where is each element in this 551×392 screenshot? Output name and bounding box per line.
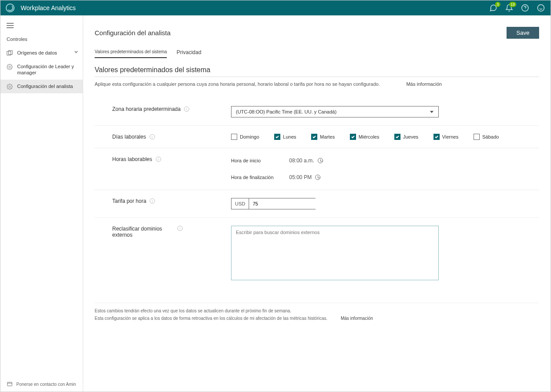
gear-icon bbox=[7, 64, 13, 70]
contact-icon bbox=[7, 381, 13, 387]
end-time-value: 05:00 PM bbox=[289, 174, 312, 180]
footer-notes: Estos cambios tendrán efecto una vez que… bbox=[95, 303, 539, 321]
sidebar-item-analyst-config[interactable]: Configuración del analista bbox=[0, 80, 83, 93]
sidebar-footer-label: Ponerse en contacto con Amin bbox=[16, 382, 76, 387]
info-icon[interactable]: i bbox=[184, 106, 189, 112]
timezone-value: (UTC-08:OO) Pacific Time (EE. UU. y Cana… bbox=[236, 109, 337, 114]
caret-down-icon bbox=[430, 110, 434, 114]
section-description: Aplique esta configuración a cualquier p… bbox=[95, 81, 380, 87]
checkbox-icon[interactable] bbox=[274, 134, 280, 140]
footer-note-2: Esta configuración se aplica a los datos… bbox=[95, 316, 327, 321]
sidebar-item-label: Configuración de Leader y manager bbox=[17, 63, 78, 76]
workday-option[interactable]: Lunes bbox=[274, 134, 296, 140]
page-title: Configuración del analista bbox=[95, 29, 171, 37]
data-sources-icon bbox=[7, 50, 13, 56]
app-logo-icon bbox=[6, 4, 15, 12]
chevron-down-icon bbox=[74, 50, 78, 54]
sidebar-item-label: Orígenes de datos bbox=[17, 50, 57, 56]
svg-point-11 bbox=[9, 86, 11, 88]
reclassify-domains-input[interactable] bbox=[231, 226, 439, 280]
workday-option[interactable]: Domingo bbox=[231, 134, 259, 140]
more-info-link-2[interactable]: Más información bbox=[341, 316, 373, 321]
tab-privacy[interactable]: Privacidad bbox=[176, 49, 201, 58]
checkbox-icon[interactable] bbox=[394, 134, 400, 140]
end-time-label: Hora de finalización bbox=[231, 175, 282, 180]
workdays-group: DomingoLunesMartesMiércolesJuevesViernes… bbox=[231, 134, 539, 140]
end-time-input[interactable]: 05:00 PM bbox=[287, 173, 323, 182]
footer-note-1: Estos cambios tendrán efecto una vez que… bbox=[95, 308, 539, 313]
workday-option[interactable]: Martes bbox=[311, 134, 335, 140]
start-time-label: Hora de inicio bbox=[231, 158, 282, 163]
workday-label: Miércoles bbox=[359, 134, 379, 139]
checkbox-icon[interactable] bbox=[433, 134, 440, 140]
workday-label: Sábado bbox=[482, 134, 499, 139]
rate-currency: USD bbox=[231, 198, 249, 209]
workhours-label: Horas laborables bbox=[112, 156, 152, 162]
bell-icon[interactable]: 18 bbox=[505, 4, 514, 12]
info-icon[interactable]: i bbox=[150, 134, 155, 139]
more-info-link[interactable]: Más información bbox=[406, 81, 442, 87]
checkbox-icon[interactable] bbox=[231, 134, 237, 140]
checkbox-icon[interactable] bbox=[350, 134, 356, 140]
help-icon[interactable] bbox=[521, 4, 529, 12]
sidebar-item-label: Configuración del analista bbox=[17, 83, 73, 89]
info-icon[interactable]: i bbox=[156, 157, 161, 162]
timezone-label: Zona horaria predeterminada bbox=[112, 106, 180, 112]
start-time-value: 08:00 a.m. bbox=[289, 158, 314, 164]
bell-badge: 18 bbox=[509, 2, 516, 7]
checkbox-icon[interactable] bbox=[474, 134, 480, 140]
info-icon[interactable]: i bbox=[177, 226, 183, 231]
workday-label: Domingo bbox=[240, 134, 259, 139]
sidebar-footer-contact[interactable]: Ponerse en contacto con Amin bbox=[0, 377, 83, 392]
main-content: Configuración del analista Save Valores … bbox=[83, 15, 551, 392]
feedback-icon[interactable] bbox=[536, 4, 545, 12]
sidebar: Controles Orígenes de datos Configuració… bbox=[0, 15, 83, 392]
chat-icon[interactable]: 3 bbox=[489, 4, 498, 12]
checkbox-icon[interactable] bbox=[311, 134, 317, 140]
workday-label: Lunes bbox=[283, 134, 296, 139]
svg-marker-14 bbox=[430, 111, 433, 113]
sidebar-item-leader-manager[interactable]: Configuración de Leader y manager bbox=[0, 60, 83, 80]
rate-value-input[interactable] bbox=[249, 198, 317, 209]
timezone-select[interactable]: (UTC-08:OO) Pacific Time (EE. UU. y Cana… bbox=[231, 106, 439, 117]
workday-label: Jueves bbox=[403, 134, 419, 139]
sidebar-section-label: Controles bbox=[7, 37, 83, 42]
section-title: Valores predeterminados del sistema bbox=[95, 66, 539, 74]
hourly-rate-input[interactable]: USD bbox=[231, 198, 316, 209]
app-title: Workplace Analytics bbox=[21, 4, 76, 11]
app-header: Workplace Analytics 3 18 bbox=[0, 0, 551, 15]
workday-option[interactable]: Viernes bbox=[433, 134, 459, 140]
tab-system-defaults[interactable]: Valores predeterminados del sistema bbox=[95, 49, 167, 58]
divider bbox=[95, 77, 539, 77]
svg-rect-12 bbox=[7, 382, 12, 386]
svg-point-2 bbox=[538, 5, 544, 11]
save-button[interactable]: Save bbox=[507, 27, 539, 39]
chat-badge: 3 bbox=[495, 2, 500, 7]
rate-label: Tarifa por hora bbox=[112, 198, 146, 204]
clock-icon bbox=[315, 175, 320, 180]
gear-icon bbox=[7, 84, 13, 90]
workday-option[interactable]: Miércoles bbox=[350, 134, 379, 140]
sidebar-item-data-sources[interactable]: Orígenes de datos bbox=[0, 46, 83, 60]
hamburger-icon[interactable] bbox=[7, 22, 83, 29]
tabs: Valores predeterminados del sistema Priv… bbox=[95, 49, 539, 58]
workday-label: Martes bbox=[320, 134, 335, 139]
workday-label: Viernes bbox=[442, 134, 459, 139]
reclassify-label: Reclasificar dominios externos bbox=[112, 226, 174, 238]
workday-option[interactable]: Jueves bbox=[394, 134, 419, 140]
clock-icon bbox=[318, 158, 323, 163]
workdays-label: Días laborales bbox=[112, 134, 146, 140]
svg-point-10 bbox=[9, 66, 11, 68]
info-icon[interactable]: i bbox=[150, 198, 155, 204]
start-time-input[interactable]: 08:00 a.m. bbox=[287, 156, 325, 165]
workday-option[interactable]: Sábado bbox=[474, 134, 499, 140]
